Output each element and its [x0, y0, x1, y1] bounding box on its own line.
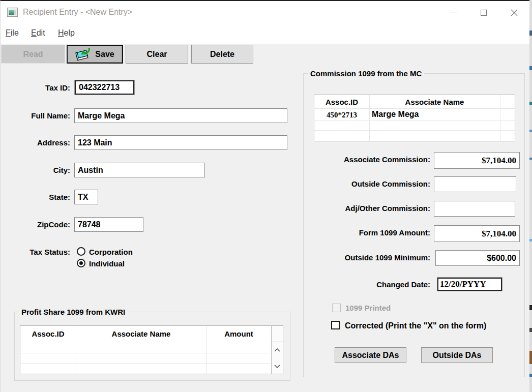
corporation-radio[interactable] [77, 247, 85, 256]
chevron-down-icon [274, 365, 280, 368]
outside-das-button-label: Outside DAs [432, 351, 481, 360]
close-icon [511, 9, 518, 16]
tax-id-label: Tax ID: [1, 83, 70, 92]
minimize-icon [450, 13, 457, 13]
clear-button[interactable]: Clear [126, 45, 188, 64]
save-button[interactable]: Save [67, 45, 123, 64]
adj-other-commission-input[interactable] [434, 201, 515, 217]
full-name-input[interactable]: Marge Mega [74, 108, 287, 123]
menu-help-accel: H [58, 28, 64, 37]
commission-col-assoc-id: Assoc.ID [314, 98, 369, 106]
individual-radio[interactable] [77, 259, 85, 267]
commission-table[interactable]: Assoc.ID Associate Name 450*2713 Marge M… [314, 95, 515, 141]
outside-1099-minimum-label: Outside 1099 Minimum: [306, 253, 430, 262]
read-button[interactable]: Read [1, 45, 65, 64]
zipcode-input[interactable]: 78748 [74, 217, 143, 232]
profit-share-scrollbar[interactable] [271, 326, 283, 374]
chevron-up-icon [274, 348, 280, 352]
changed-date-label: Changed Date: [306, 280, 430, 289]
state-input[interactable]: TX [74, 190, 98, 204]
city-input[interactable]: Austin [74, 163, 205, 177]
printed-1099-checkbox-label: 1099 Printed [345, 304, 391, 312]
profit-share-group-title: Profit Share 1099 from KWRI [19, 308, 127, 316]
tax-status-label: Tax Status: [1, 248, 70, 256]
profit-share-scrollbar-top [272, 326, 283, 342]
menu-file-accel: F [6, 28, 11, 37]
maximize-button[interactable] [468, 1, 499, 24]
address-label: Address: [1, 138, 70, 147]
menu-edit-accel: E [31, 28, 37, 37]
close-button[interactable] [499, 1, 529, 24]
delete-button-label: Delete [210, 50, 234, 59]
full-name-label: Full Name: [1, 111, 70, 120]
menu-edit-rest: dit [37, 28, 45, 37]
address-input[interactable]: 123 Main [74, 135, 287, 150]
outside-das-button[interactable]: Outside DAs [421, 347, 493, 363]
adj-other-commission-label: Adj/Other Commission: [306, 204, 430, 213]
associate-das-button-label: Associate DAs [342, 351, 399, 360]
commission-col-associate-name: Associate Name [369, 98, 500, 106]
corporation-radio-label[interactable]: Corporation [89, 248, 133, 256]
menu-help-rest: elp [64, 28, 75, 37]
profit-share-col-amount: Amount [206, 329, 271, 338]
associate-commission-input[interactable]: $7,104.00 [434, 152, 520, 169]
window-title: Recipient Entry - <New Entry> [23, 8, 132, 17]
scroll-down-button[interactable] [272, 360, 283, 372]
associate-das-button[interactable]: Associate DAs [335, 347, 406, 363]
clear-button-label: Clear [146, 50, 167, 59]
save-book-icon [75, 47, 92, 62]
state-label: State: [1, 193, 70, 201]
individual-radio-label[interactable]: Individual [89, 259, 125, 268]
app-window-icon-teal [9, 10, 14, 15]
commission-group-title: Commission 1099 from the MC [308, 69, 424, 78]
corrected-checkbox[interactable] [331, 321, 340, 329]
form-1099-amount-input[interactable]: $7,104.00 [434, 225, 520, 242]
commission-row-assoc-id: 450*2713 [314, 111, 369, 119]
changed-date-input[interactable]: 12/20/PYYY [437, 278, 502, 291]
menu-bar: File Edit Help [1, 24, 529, 44]
minimize-button[interactable] [438, 1, 468, 24]
commission-row-associate-name: Marge Mega [372, 110, 474, 119]
read-button-label: Read [23, 50, 43, 59]
profit-share-col-assoc-id: Assoc.ID [20, 329, 76, 338]
save-button-label: Save [95, 50, 114, 59]
menu-file-rest: ile [11, 28, 19, 37]
profit-share-group: Profit Share 1099 from KWRI Assoc.ID Ass… [14, 312, 290, 381]
app-window-icon [7, 8, 18, 17]
profit-share-col-associate-name: Associate Name [76, 329, 206, 338]
outside-commission-input[interactable] [434, 176, 516, 192]
printed-1099-checkbox[interactable] [332, 304, 341, 312]
profit-share-table[interactable]: Assoc.ID Associate Name Amount [20, 325, 283, 374]
recipient-entry-window: Recipient Entry - <New Entry> File Edit … [0, 0, 529, 392]
associate-commission-label: Associate Commission: [306, 155, 430, 164]
outside-1099-minimum-input[interactable]: $600.00 [435, 250, 520, 266]
background-window-sliver [529, 0, 532, 392]
outside-commission-label: Outside Commission: [306, 179, 430, 188]
zipcode-label: ZipCode: [1, 220, 70, 229]
scroll-up-button[interactable] [272, 344, 283, 355]
title-bar: Recipient Entry - <New Entry> [1, 1, 529, 24]
menu-help[interactable]: Help [58, 28, 75, 38]
corrected-checkbox-label[interactable]: Corrected (Print the "X" on the form) [345, 321, 486, 330]
menu-edit[interactable]: Edit [31, 28, 45, 38]
form-1099-amount-label: Form 1099 Amount: [306, 228, 430, 237]
city-label: City: [1, 166, 70, 174]
delete-button[interactable]: Delete [191, 45, 253, 64]
app-window-icon-gray [14, 10, 16, 15]
menu-file[interactable]: File [6, 28, 19, 38]
maximize-icon [481, 10, 487, 16]
tax-id-input[interactable]: 042322713 [75, 80, 134, 95]
